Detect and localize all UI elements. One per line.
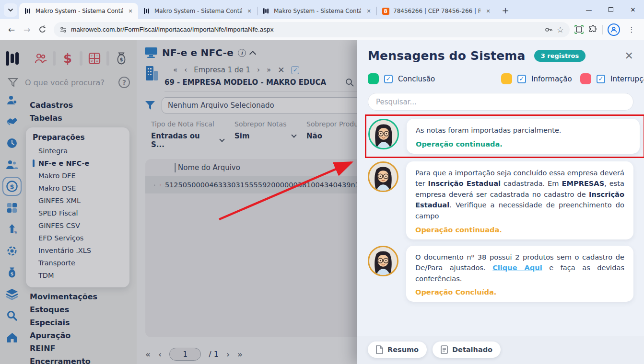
assistant-avatar bbox=[368, 246, 398, 276]
address-bar[interactable]: makroweb.com.br/FormFiscal/Importacao/Im… bbox=[54, 22, 570, 37]
forward-button[interactable]: → bbox=[20, 23, 34, 36]
search-placeholder: Pesquisar... bbox=[376, 98, 417, 106]
new-tab-button[interactable]: + bbox=[499, 3, 512, 17]
filter-label: Informação bbox=[531, 75, 572, 83]
document-lines-icon bbox=[441, 345, 448, 354]
browser-toolbar: ← → makroweb.com.br/FormFiscal/Importaca… bbox=[0, 19, 644, 40]
informacao-checkbox[interactable]: ✓ bbox=[517, 75, 526, 83]
browser-chrome: Makro System - Sistema Contáb ✕ Makro Sy… bbox=[0, 0, 644, 40]
tab-3[interactable]: Makro System - Sistema Contáb ✕ bbox=[258, 3, 376, 19]
message-type-filters: ✓ Conclusão ✓ Informação ✓ Interrupção bbox=[368, 73, 633, 84]
message-text: O documento nº 38 possui 2 produtos sem … bbox=[415, 252, 624, 284]
tab-title: Makro System - Sistema Contáb bbox=[274, 8, 361, 14]
panel-footer: Resumo Detalhado bbox=[357, 336, 644, 364]
interrupcao-color-swatch bbox=[580, 73, 591, 84]
panel-title: Mensagens do Sistema bbox=[368, 49, 526, 63]
reload-button[interactable] bbox=[35, 23, 49, 36]
messages-search-input[interactable]: Pesquisar... bbox=[368, 93, 633, 111]
conclusao-color-swatch bbox=[368, 73, 379, 84]
message-card[interactable]: O documento nº 38 possui 2 produtos sem … bbox=[406, 246, 633, 302]
filter-conclusao: ✓ Conclusão bbox=[368, 73, 501, 84]
system-messages-panel: Mensagens do Sistema 3 registros ✕ ✓ Con… bbox=[357, 40, 644, 364]
tab-title: Makro System - Sistema Contáb bbox=[154, 8, 242, 14]
message-row-2: Para que a importação seja concluído ess… bbox=[368, 161, 633, 239]
tab-2[interactable]: Makro System - Sistema Contáb ✕ bbox=[138, 3, 257, 19]
panel-close-icon[interactable]: ✕ bbox=[625, 50, 633, 62]
message-row-1: As notas foram importadas parcialmente. … bbox=[365, 114, 644, 158]
file-icon bbox=[376, 345, 383, 354]
tab-search-button[interactable] bbox=[4, 3, 17, 17]
window-close-button[interactable]: ✕ bbox=[622, 0, 644, 19]
tab-4[interactable]: 8 78456266 | CEP 78456-266 | R c ✕ bbox=[377, 3, 496, 19]
bookmark-star-icon[interactable]: ☆ bbox=[557, 25, 564, 34]
window-minimize-button[interactable]: — bbox=[578, 0, 600, 19]
tab-strip: Makro System - Sistema Contáb ✕ Makro Sy… bbox=[0, 0, 644, 19]
resumo-label: Resumo bbox=[387, 346, 419, 353]
tab-1[interactable]: Makro System - Sistema Contáb ✕ bbox=[19, 3, 138, 19]
conclusao-checkbox[interactable]: ✓ bbox=[384, 75, 393, 83]
clique-aqui-link[interactable]: Clique Aqui bbox=[492, 263, 542, 272]
password-key-icon[interactable] bbox=[544, 25, 553, 34]
profile-avatar[interactable] bbox=[608, 23, 620, 36]
tab-close-icon[interactable]: ✕ bbox=[127, 7, 134, 15]
makro-favicon bbox=[24, 7, 32, 15]
detalhado-button[interactable]: Detalhado bbox=[433, 341, 501, 358]
tab-title: Makro System - Sistema Contáb bbox=[35, 8, 123, 14]
toolbar-divider bbox=[602, 25, 603, 34]
tab-close-icon[interactable]: ✕ bbox=[484, 7, 492, 15]
cep-favicon: 8 bbox=[382, 7, 389, 15]
makro-favicon bbox=[262, 7, 270, 15]
tab-close-icon[interactable]: ✕ bbox=[246, 7, 253, 15]
filter-label: Conclusão bbox=[398, 75, 435, 83]
tab-close-icon[interactable]: ✕ bbox=[365, 7, 373, 15]
app-area: $ +−×= $ O que você procura? ? Cadastros… bbox=[0, 40, 644, 364]
filter-interrupcao: ✓ Interrupção bbox=[580, 73, 644, 84]
site-settings-icon[interactable] bbox=[59, 26, 67, 34]
back-button[interactable]: ← bbox=[5, 23, 18, 36]
modal-backdrop bbox=[0, 40, 357, 364]
assistant-avatar bbox=[368, 161, 398, 192]
tab-title: 78456266 | CEP 78456-266 | R c bbox=[393, 8, 480, 14]
resumo-button[interactable]: Resumo bbox=[368, 341, 427, 358]
filter-label: Interrupção bbox=[610, 75, 644, 83]
detalhado-label: Detalhado bbox=[452, 346, 492, 353]
message-text: Para que a importação seja concluído ess… bbox=[415, 168, 624, 222]
filter-informacao: ✓ Informação bbox=[501, 73, 580, 84]
message-status: Operação continuada. bbox=[416, 140, 631, 148]
message-status: Operação continuada. bbox=[415, 226, 624, 234]
url-text: makroweb.com.br/FormFiscal/Importacao/Im… bbox=[71, 26, 540, 33]
browser-menu-icon[interactable]: ⋮ bbox=[625, 23, 638, 36]
messages-list: As notas foram importadas parcialmente. … bbox=[368, 118, 633, 302]
window-maximize-button[interactable] bbox=[600, 0, 622, 19]
screen-capture-icon[interactable] bbox=[574, 25, 584, 34]
assistant-avatar bbox=[368, 119, 399, 149]
makro-favicon bbox=[143, 7, 151, 15]
extensions-puzzle-icon[interactable] bbox=[588, 25, 597, 34]
reload-icon bbox=[38, 25, 47, 34]
informacao-color-swatch bbox=[501, 73, 512, 84]
message-status: Operação Concluída. bbox=[415, 288, 624, 296]
message-text: As notas foram importadas parcialmente. bbox=[416, 125, 631, 136]
chevron-down-icon bbox=[8, 7, 13, 13]
interrupcao-checkbox[interactable]: ✓ bbox=[597, 75, 605, 83]
message-card[interactable]: As notas foram importadas parcialmente. … bbox=[407, 119, 640, 154]
message-card[interactable]: Para que a importação seja concluído ess… bbox=[406, 161, 633, 239]
records-badge: 3 registros bbox=[534, 50, 586, 62]
message-row-3: O documento nº 38 possui 2 produtos sem … bbox=[368, 246, 633, 302]
